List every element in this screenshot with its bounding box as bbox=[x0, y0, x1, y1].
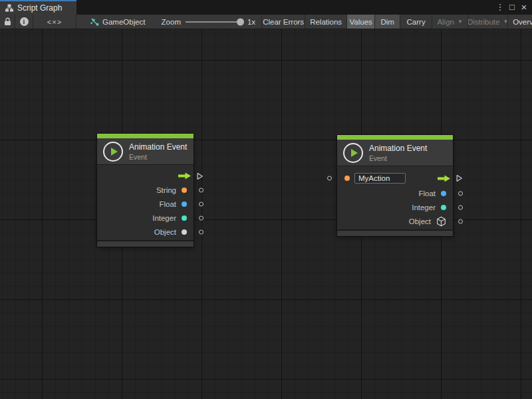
cube-icon bbox=[436, 216, 446, 227]
lock-icon[interactable] bbox=[0, 15, 15, 29]
node-body: String Float Integer Object bbox=[97, 165, 194, 240]
relations-button[interactable]: Relations bbox=[305, 15, 346, 29]
clear-errors-button[interactable]: Clear Errors bbox=[262, 15, 305, 29]
animation-event-node-2[interactable]: Animation Event Event MyAction bbox=[337, 135, 453, 236]
port-row-float: Float bbox=[337, 186, 453, 200]
float-port-dot bbox=[182, 201, 187, 207]
action-name-input[interactable]: MyAction bbox=[354, 173, 406, 184]
integer-output-port[interactable] bbox=[199, 215, 203, 220]
name-input-port[interactable] bbox=[327, 176, 332, 181]
node-title: Animation Event bbox=[369, 144, 427, 153]
zoom-slider[interactable] bbox=[186, 21, 243, 23]
align-button[interactable]: Align▼ bbox=[432, 15, 467, 29]
control-output-port[interactable] bbox=[196, 172, 203, 180]
string-output-port[interactable] bbox=[199, 188, 203, 192]
node-body: MyAction Float Integer bbox=[337, 166, 453, 229]
event-play-icon bbox=[103, 142, 123, 162]
object-port-dot bbox=[182, 229, 187, 235]
integer-port-dot bbox=[441, 205, 446, 210]
chevron-down-icon: ▼ bbox=[503, 19, 507, 25]
window-controls: ⋮ □ × bbox=[495, 0, 532, 15]
zoom-slider-handle[interactable] bbox=[237, 18, 244, 25]
tab-title: Script Graph bbox=[17, 3, 62, 13]
maximize-icon[interactable]: □ bbox=[507, 1, 517, 14]
flow-arrow-icon bbox=[437, 175, 451, 182]
carry-button[interactable]: Carry bbox=[400, 15, 432, 29]
name-port-dot bbox=[344, 176, 350, 181]
zoom-value: 1x bbox=[247, 18, 255, 26]
node-title: Animation Event bbox=[129, 142, 187, 152]
dim-button[interactable]: Dim bbox=[375, 15, 400, 29]
zoom-label: Zoom bbox=[162, 18, 181, 26]
node-header[interactable]: Animation Event Event bbox=[337, 140, 453, 166]
gameobject-icon bbox=[90, 17, 99, 26]
graph-icon bbox=[5, 4, 13, 12]
name-input-row: MyAction bbox=[337, 170, 453, 186]
node-footer bbox=[337, 229, 453, 236]
port-row-float: Float bbox=[97, 197, 194, 211]
zoom-control: Zoom 1x bbox=[162, 15, 256, 29]
port-row-string: String bbox=[97, 183, 194, 197]
port-row-object: Object bbox=[337, 214, 453, 228]
code-brackets-icon[interactable]: <×> bbox=[33, 15, 76, 29]
info-icon[interactable]: i bbox=[15, 15, 33, 29]
values-button[interactable]: Values bbox=[347, 15, 374, 29]
object-output-port[interactable] bbox=[199, 229, 203, 234]
object-output-port[interactable] bbox=[458, 219, 463, 223]
overview-button[interactable]: Overv bbox=[508, 15, 532, 29]
tab-script-graph[interactable]: Script Graph bbox=[0, 0, 76, 15]
node-accent-bar bbox=[337, 135, 453, 140]
control-output-port[interactable] bbox=[456, 174, 463, 182]
graph-canvas[interactable]: Animation Event Event String bbox=[0, 29, 532, 399]
flow-arrow-icon bbox=[178, 172, 192, 180]
node-subtitle: Event bbox=[369, 154, 427, 162]
port-row-object: Object bbox=[97, 225, 194, 239]
event-play-icon bbox=[343, 143, 363, 163]
close-icon[interactable]: × bbox=[519, 1, 529, 14]
control-output-port-row bbox=[97, 169, 194, 183]
tab-bar: Script Graph ⋮ □ × bbox=[0, 0, 532, 15]
animation-event-node-1[interactable]: Animation Event Event String bbox=[97, 134, 194, 247]
integer-port-dot bbox=[182, 215, 187, 221]
gameobject-label: GameObject bbox=[102, 18, 146, 26]
integer-output-port[interactable] bbox=[458, 205, 463, 209]
toolbar: i <×> GameObject Zoom 1x Clear Errors bbox=[0, 15, 532, 29]
float-output-port[interactable] bbox=[458, 191, 463, 196]
chevron-down-icon: ▼ bbox=[458, 19, 463, 25]
gameobject-target[interactable]: GameObject bbox=[90, 15, 146, 29]
node-header[interactable]: Animation Event Event bbox=[97, 138, 194, 165]
port-row-integer: Integer bbox=[97, 211, 194, 225]
port-row-integer: Integer bbox=[337, 200, 453, 214]
float-port-dot bbox=[441, 191, 446, 196]
node-accent-bar bbox=[97, 134, 194, 138]
node-subtitle: Event bbox=[129, 153, 187, 161]
float-output-port[interactable] bbox=[199, 201, 203, 206]
node-footer bbox=[97, 240, 194, 247]
string-port-dot bbox=[182, 188, 187, 193]
menu-icon[interactable]: ⋮ bbox=[495, 1, 505, 14]
distribute-button[interactable]: Distribute▼ bbox=[468, 15, 507, 29]
script-graph-window: Script Graph ⋮ □ × i <×> bbox=[0, 0, 532, 399]
